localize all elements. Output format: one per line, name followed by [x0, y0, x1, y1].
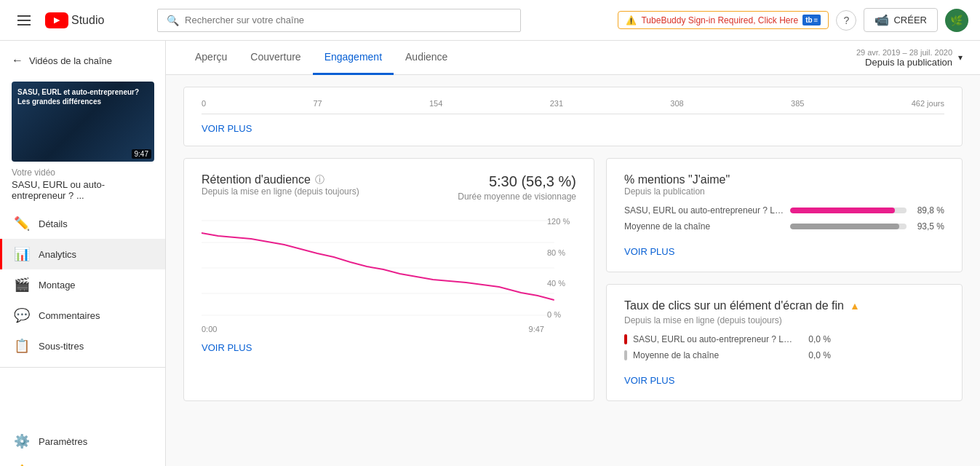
axis-0: 0	[202, 99, 206, 108]
timeline-voir-plus[interactable]: VOIR PLUS	[202, 123, 252, 134]
video-label: Votre vidéo	[12, 167, 154, 178]
header: Studio 🔍 ⚠️ TubeBuddy Sign-in Required, …	[0, 0, 980, 41]
sidebar-back-button[interactable]: ← Vidéos de la chaîne	[0, 47, 165, 74]
tubebuddy-text: TubeBuddy Sign-in Required, Click Here	[641, 15, 798, 25]
likes-value-0: 89,8 %	[912, 205, 944, 216]
montage-icon: 🎬	[14, 277, 28, 293]
studio-label: Studio	[71, 14, 104, 27]
youtube-icon	[45, 12, 68, 28]
video-duration: 9:47	[132, 149, 151, 159]
likes-voir-plus[interactable]: VOIR PLUS	[624, 246, 674, 257]
back-arrow-icon: ←	[12, 54, 23, 67]
retention-subtitle: Depuis la mise en ligne (depuis toujours…	[202, 186, 359, 197]
chart-x-labels: 0:00 9:47	[202, 325, 576, 333]
likes-card: % mentions "J'aime" Depuis la publicatio…	[606, 158, 963, 272]
axis-77: 77	[313, 99, 322, 108]
header-right: ⚠️ TubeBuddy Sign-in Required, Click Her…	[618, 8, 968, 32]
retention-info-icon: ⓘ	[315, 173, 324, 186]
endscreen-label-1: Moyenne de la chaîne	[633, 350, 793, 360]
retention-voir-plus[interactable]: VOIR PLUS	[202, 342, 252, 353]
right-column: % mentions "J'aime" Depuis la publicatio…	[606, 158, 963, 401]
endscreen-title: Taux de clics sur un élément d'écran de …	[624, 299, 844, 312]
nav-divider	[0, 367, 165, 368]
sidebar-item-details[interactable]: ✏️ Détails	[0, 208, 165, 239]
endscreen-row-0: SASU, EURL ou auto-entrepreneur ? Les gr…	[624, 334, 944, 344]
tubebuddy-alert[interactable]: ⚠️ TubeBuddy Sign-in Required, Click Her…	[618, 11, 829, 29]
menu-button[interactable]	[12, 9, 36, 31]
axis-308: 308	[670, 99, 683, 108]
tab-couverture[interactable]: Couverture	[239, 41, 312, 75]
endscreen-warning-icon: ▲	[850, 300, 860, 312]
content-area: 0 77 154 231 308 385 462 jours VOIR PLUS…	[166, 75, 980, 413]
sidebar: ← Vidéos de la chaîne SASU, EURL et auto…	[0, 41, 166, 413]
header-left: Studio	[12, 9, 104, 31]
tubebuddy-warning-icon: ⚠️	[626, 15, 637, 25]
endscreen-subtitle: Depuis la mise en ligne (depuis toujours…	[624, 315, 944, 325]
likes-row-1: Moyenne de la chaîne 93,5 %	[624, 221, 944, 232]
retention-title-group: Rétention d'audience ⓘ Depuis la mise en…	[202, 173, 359, 205]
likes-label-0: SASU, EURL ou auto-entrepreneur ? Les gr…	[624, 205, 784, 216]
likes-title: % mentions "J'aime"	[624, 173, 944, 186]
axis-231: 231	[550, 99, 563, 108]
video-thumbnail: SASU, EURL et auto-entrepreneur? Les gra…	[12, 82, 154, 162]
search-input[interactable]	[185, 15, 511, 25]
video-title: SASU, EURL ou auto-entrepreneur ? ...	[12, 179, 154, 201]
youtube-studio-logo: Studio	[45, 12, 104, 28]
cards-grid: Rétention d'audience ⓘ Depuis la mise en…	[183, 158, 963, 401]
tabs-bar: Aperçu Couverture Engagement Audience 29…	[166, 41, 980, 75]
sidebar-item-analytics[interactable]: 📊 Analytics	[0, 239, 165, 269]
create-button[interactable]: 📹 CRÉER	[864, 8, 938, 32]
date-range-selector[interactable]: 29 avr. 2019 – 28 juil. 2020 Depuis la p…	[856, 48, 963, 68]
sidebar-item-commentaires-label: Commentaires	[39, 310, 100, 321]
search-bar[interactable]: 🔍	[157, 9, 521, 32]
endscreen-value-1: 0,0 %	[799, 350, 831, 360]
likes-fill-1	[790, 224, 899, 229]
endscreen-bar-0	[624, 334, 627, 344]
sidebar-item-sous-titres[interactable]: 📋 Sous-titres	[0, 331, 165, 361]
help-button[interactable]: ?	[836, 10, 856, 31]
tubebuddy-logo: tb ≡	[802, 15, 821, 25]
tabs: Aperçu Couverture Engagement Audience	[183, 41, 459, 74]
commentaires-icon: 💬	[14, 307, 28, 323]
create-label: CRÉER	[893, 15, 927, 25]
endscreen-voir-plus[interactable]: VOIR PLUS	[624, 375, 674, 386]
analytics-icon: 📊	[14, 246, 28, 262]
sidebar-item-commentaires[interactable]: 💬 Commentaires	[0, 300, 165, 331]
retention-card: Rétention d'audience ⓘ Depuis la mise en…	[183, 158, 594, 401]
main-content: Aperçu Couverture Engagement Audience 29…	[166, 41, 980, 413]
retention-chart: 120 % 80 % 40 % 0 %	[202, 217, 576, 319]
date-range-text: 29 avr. 2019 – 28 juil. 2020	[856, 48, 952, 57]
endscreen-card: Taux de clics sur un élément d'écran de …	[606, 284, 963, 401]
likes-fill-0	[790, 208, 895, 213]
sidebar-back-label: Vidéos de la chaîne	[29, 55, 112, 66]
likes-subtitle: Depuis la publication	[624, 186, 944, 197]
tab-audience[interactable]: Audience	[394, 41, 459, 75]
likes-label-1: Moyenne de la chaîne	[624, 221, 784, 232]
camera-icon: 📹	[875, 13, 889, 27]
sidebar-item-sous-titres-label: Sous-titres	[39, 341, 84, 352]
retention-title: Rétention d'audience ⓘ	[202, 173, 359, 186]
timeline-axis: 0 77 154 231 308 385 462 jours	[202, 99, 944, 114]
retention-metric-group: 5:30 (56,3 %) Durée moyenne de visionnag…	[458, 173, 576, 202]
endscreen-value-0: 0,0 %	[799, 334, 831, 344]
likes-track-0	[790, 208, 907, 213]
chart-x-end: 9:47	[529, 325, 544, 333]
sidebar-item-montage[interactable]: 🎬 Montage	[0, 269, 165, 300]
chart-x-start: 0:00	[202, 325, 217, 333]
retention-chart-svg	[202, 217, 576, 319]
chart-y-labels: 120 % 80 % 40 % 0 %	[547, 217, 576, 319]
video-info: SASU, EURL et auto-entrepreneur? Les gra…	[0, 74, 165, 208]
retention-card-header: Rétention d'audience ⓘ Depuis la mise en…	[202, 173, 576, 205]
axis-462: 462 jours	[912, 99, 944, 108]
tab-engagement[interactable]: Engagement	[313, 41, 394, 75]
avatar[interactable]: 🌿	[945, 9, 968, 32]
tab-apercu[interactable]: Aperçu	[183, 41, 239, 75]
likes-track-1	[790, 224, 907, 229]
axis-154: 154	[429, 99, 442, 108]
axis-385: 385	[791, 99, 804, 108]
likes-value-1: 93,5 %	[912, 221, 944, 232]
edit-icon: ✏️	[14, 216, 28, 232]
chevron-down-icon: ▾	[958, 52, 963, 63]
video-thumb-text: SASU, EURL et auto-entrepreneur? Les gra…	[17, 87, 148, 106]
sidebar-item-analytics-label: Analytics	[39, 249, 76, 260]
